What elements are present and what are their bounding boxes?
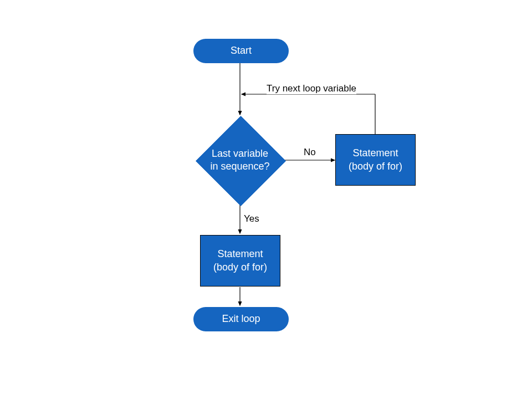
start-node-label: Start <box>231 44 252 57</box>
edge-label-yes: Yes <box>244 213 259 224</box>
statement-below-label: Statement (body of for) <box>204 248 277 274</box>
decision-node: Last variable in sequence? <box>196 116 284 204</box>
statement-right-label: Statement (body of for) <box>339 147 412 173</box>
statement-below-node: Statement (body of for) <box>200 235 280 287</box>
exit-node: Exit loop <box>193 307 289 331</box>
edge-label-no: No <box>304 147 316 158</box>
statement-right-node: Statement (body of for) <box>335 134 416 186</box>
edge-label-feedback: Try next loop variable <box>267 83 356 94</box>
exit-node-label: Exit loop <box>222 313 260 325</box>
decision-node-label: Last variable in sequence? <box>196 116 284 204</box>
start-node: Start <box>193 39 289 63</box>
